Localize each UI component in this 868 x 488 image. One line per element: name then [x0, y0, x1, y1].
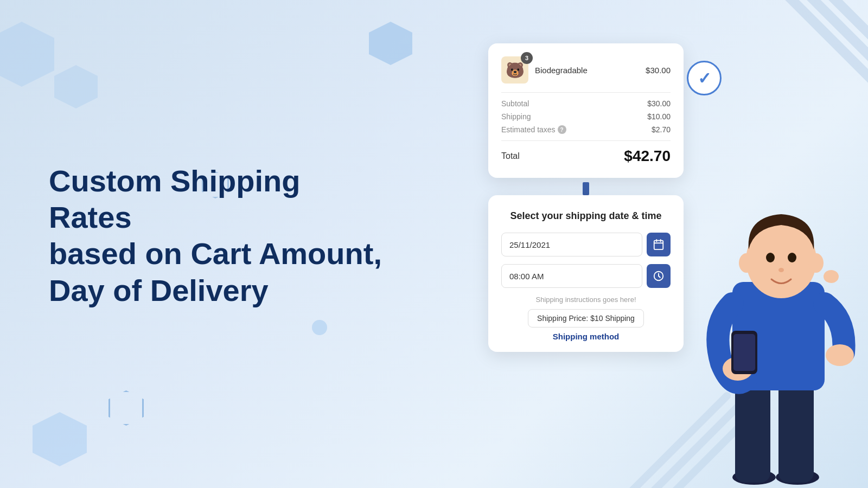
shipping-instruction: Shipping instructions goes here! — [501, 296, 671, 304]
svg-rect-6 — [654, 241, 663, 250]
tax-row: Estimated taxes ? $2.70 — [501, 125, 671, 134]
subtotal-value: $30.00 — [647, 99, 671, 108]
deco-hex-small-top-left — [54, 65, 98, 108]
deco-hex-large-top-left — [0, 22, 54, 87]
svg-point-28 — [824, 270, 839, 283]
check-circle: ✓ — [687, 61, 722, 95]
check-icon: ✓ — [698, 69, 711, 88]
shipping-date-card: Select your shipping date & time — [488, 195, 684, 352]
svg-rect-15 — [735, 380, 770, 483]
svg-point-27 — [826, 344, 854, 366]
total-row: Total $42.70 — [501, 147, 671, 165]
tax-label: Estimated taxes ? — [501, 125, 566, 134]
shipping-label: Shipping — [501, 112, 531, 121]
product-name: Biodegradable — [535, 66, 588, 75]
shipping-method-link[interactable]: Shipping method — [501, 332, 671, 341]
headline-section: Custom Shipping Rates based on Cart Amou… — [49, 163, 385, 309]
tax-value: $2.70 — [652, 125, 671, 134]
cart-item-left: 🐻 3 Biodegradable — [501, 56, 588, 84]
svg-point-21 — [766, 253, 775, 262]
order-summary-card: 🐻 3 Biodegradable $30.00 Subtotal $30.00… — [488, 43, 684, 178]
product-emoji: 🐻 — [506, 61, 525, 79]
headline-text: Custom Shipping Rates based on Cart Amou… — [49, 163, 385, 309]
total-value: $42.70 — [624, 147, 671, 165]
subtotal-row: Subtotal $30.00 — [501, 99, 671, 108]
product-price: $30.00 — [646, 66, 671, 75]
date-input[interactable] — [501, 233, 642, 256]
deco-hex-bottom-left — [108, 390, 144, 426]
shipping-value: $10.00 — [647, 112, 671, 121]
shipping-row: Shipping $10.00 — [501, 112, 671, 121]
svg-point-20 — [808, 253, 824, 273]
deco-circle-center — [312, 320, 327, 335]
clock-icon-button[interactable] — [647, 264, 671, 288]
deco-hex-bottom-fill-left — [33, 412, 87, 466]
cart-item: 🐻 3 Biodegradable $30.00 — [501, 56, 671, 84]
divider-1 — [501, 92, 671, 93]
date-input-row[interactable] — [501, 233, 671, 256]
svg-point-19 — [739, 253, 754, 273]
time-input-row[interactable] — [501, 264, 671, 288]
subtotal-label: Subtotal — [501, 99, 529, 108]
tax-info-icon: ? — [558, 125, 566, 134]
shipping-price-tag: Shipping Price: $10 Shipping — [528, 309, 644, 328]
shipping-card-title: Select your shipping date & time — [501, 210, 671, 222]
quantity-badge: 3 — [521, 52, 533, 64]
total-label: Total — [501, 151, 520, 161]
calendar-icon-button[interactable] — [647, 233, 671, 256]
svg-point-22 — [788, 253, 796, 262]
divider-2 — [501, 140, 671, 141]
svg-rect-16 — [778, 380, 814, 483]
svg-point-23 — [778, 268, 784, 272]
card-connector — [583, 182, 589, 195]
deco-lines-top-right — [694, 0, 868, 119]
deco-hex-top-center — [369, 22, 412, 65]
time-input[interactable] — [501, 264, 642, 288]
person-illustration — [705, 119, 857, 488]
product-image: 🐻 3 — [501, 56, 528, 84]
cards-area: 🐻 3 Biodegradable $30.00 Subtotal $30.00… — [488, 43, 684, 352]
svg-rect-26 — [733, 334, 755, 371]
svg-line-12 — [659, 276, 660, 278]
